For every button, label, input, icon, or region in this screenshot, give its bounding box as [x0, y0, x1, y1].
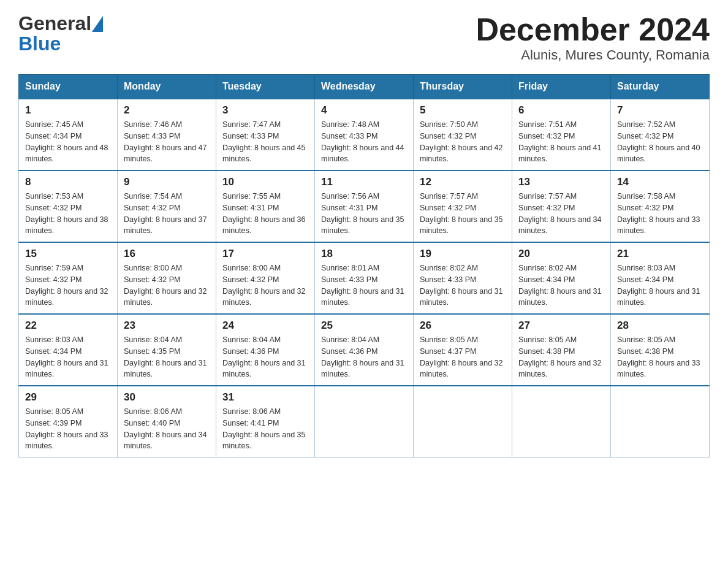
title-block: December 2024 Alunis, Mures County, Roma… [476, 12, 710, 63]
day-info: Sunrise: 7:53 AM Sunset: 4:32 PM Dayligh… [25, 192, 108, 235]
calendar-day-cell: 17 Sunrise: 8:00 AM Sunset: 4:32 PM Dayl… [216, 242, 315, 314]
page-header: General Blue December 2024 Alunis, Mures… [18, 12, 710, 63]
day-info: Sunrise: 7:52 AM Sunset: 4:32 PM Dayligh… [617, 120, 700, 163]
calendar-header: Sunday Monday Tuesday Wednesday Thursday… [19, 75, 710, 99]
day-number: 13 [518, 176, 604, 188]
calendar-day-cell: 13 Sunrise: 7:57 AM Sunset: 4:32 PM Dayl… [512, 170, 611, 242]
day-info: Sunrise: 8:03 AM Sunset: 4:34 PM Dayligh… [25, 335, 108, 378]
day-info: Sunrise: 8:04 AM Sunset: 4:36 PM Dayligh… [222, 335, 306, 378]
calendar-week-row: 8 Sunrise: 7:53 AM Sunset: 4:32 PM Dayli… [19, 170, 710, 242]
day-number: 12 [420, 176, 506, 188]
day-number: 21 [617, 248, 703, 260]
day-info: Sunrise: 7:54 AM Sunset: 4:32 PM Dayligh… [124, 192, 207, 235]
day-info: Sunrise: 7:57 AM Sunset: 4:32 PM Dayligh… [420, 192, 503, 235]
day-info: Sunrise: 7:50 AM Sunset: 4:32 PM Dayligh… [420, 120, 503, 163]
day-number: 1 [25, 104, 111, 117]
day-number: 20 [518, 248, 604, 260]
day-info: Sunrise: 8:03 AM Sunset: 4:34 PM Dayligh… [617, 264, 700, 307]
day-info: Sunrise: 7:51 AM Sunset: 4:32 PM Dayligh… [518, 120, 602, 163]
day-number: 27 [518, 320, 604, 332]
calendar-day-cell: 10 Sunrise: 7:55 AM Sunset: 4:31 PM Dayl… [216, 170, 315, 242]
day-number: 23 [124, 320, 210, 332]
day-info: Sunrise: 7:58 AM Sunset: 4:32 PM Dayligh… [617, 192, 700, 235]
day-info: Sunrise: 8:02 AM Sunset: 4:34 PM Dayligh… [518, 264, 602, 307]
header-monday: Monday [118, 75, 216, 99]
day-number: 2 [124, 104, 210, 117]
day-number: 8 [25, 176, 111, 188]
day-info: Sunrise: 8:01 AM Sunset: 4:33 PM Dayligh… [321, 264, 404, 307]
calendar-day-cell: 5 Sunrise: 7:50 AM Sunset: 4:32 PM Dayli… [414, 99, 512, 170]
day-number: 25 [321, 320, 407, 332]
calendar-day-cell: 11 Sunrise: 7:56 AM Sunset: 4:31 PM Dayl… [315, 170, 414, 242]
day-number: 22 [25, 320, 111, 332]
calendar-day-cell: 4 Sunrise: 7:48 AM Sunset: 4:33 PM Dayli… [315, 99, 414, 170]
calendar-week-row: 29 Sunrise: 8:05 AM Sunset: 4:39 PM Dayl… [19, 386, 710, 458]
calendar-day-cell: 3 Sunrise: 7:47 AM Sunset: 4:33 PM Dayli… [216, 99, 315, 170]
day-number: 16 [124, 248, 210, 260]
day-number: 17 [222, 248, 308, 260]
calendar-day-cell: 16 Sunrise: 8:00 AM Sunset: 4:32 PM Dayl… [118, 242, 216, 314]
calendar-day-cell: 18 Sunrise: 8:01 AM Sunset: 4:33 PM Dayl… [315, 242, 414, 314]
day-number: 29 [25, 391, 111, 404]
day-info: Sunrise: 8:05 AM Sunset: 4:38 PM Dayligh… [617, 335, 700, 378]
day-info: Sunrise: 8:00 AM Sunset: 4:32 PM Dayligh… [222, 264, 306, 307]
day-number: 3 [222, 104, 308, 117]
day-info: Sunrise: 8:00 AM Sunset: 4:32 PM Dayligh… [124, 264, 207, 307]
calendar-body: 1 Sunrise: 7:45 AM Sunset: 4:34 PM Dayli… [19, 99, 710, 458]
header-tuesday: Tuesday [216, 75, 315, 99]
day-info: Sunrise: 8:05 AM Sunset: 4:38 PM Dayligh… [518, 335, 602, 378]
calendar-header-row: Sunday Monday Tuesday Wednesday Thursday… [19, 75, 710, 99]
calendar-subtitle: Alunis, Mures County, Romania [476, 47, 710, 63]
calendar-day-cell: 29 Sunrise: 8:05 AM Sunset: 4:39 PM Dayl… [19, 386, 118, 458]
calendar-day-cell: 21 Sunrise: 8:03 AM Sunset: 4:34 PM Dayl… [611, 242, 710, 314]
header-wednesday: Wednesday [315, 75, 414, 99]
calendar-day-cell: 7 Sunrise: 7:52 AM Sunset: 4:32 PM Dayli… [611, 99, 710, 170]
day-info: Sunrise: 7:48 AM Sunset: 4:33 PM Dayligh… [321, 120, 404, 163]
calendar-day-cell: 23 Sunrise: 8:04 AM Sunset: 4:35 PM Dayl… [118, 314, 216, 386]
calendar-day-cell: 31 Sunrise: 8:06 AM Sunset: 4:41 PM Dayl… [216, 386, 315, 458]
header-saturday: Saturday [611, 75, 710, 99]
calendar-week-row: 15 Sunrise: 7:59 AM Sunset: 4:32 PM Dayl… [19, 242, 710, 314]
calendar-day-cell [512, 386, 611, 458]
day-number: 7 [617, 104, 703, 117]
day-number: 11 [321, 176, 407, 188]
day-info: Sunrise: 8:02 AM Sunset: 4:33 PM Dayligh… [420, 264, 503, 307]
calendar-day-cell: 8 Sunrise: 7:53 AM Sunset: 4:32 PM Dayli… [19, 170, 118, 242]
day-number: 31 [222, 391, 308, 404]
logo-text-blue: Blue [18, 33, 103, 55]
calendar-day-cell: 27 Sunrise: 8:05 AM Sunset: 4:38 PM Dayl… [512, 314, 611, 386]
day-info: Sunrise: 7:55 AM Sunset: 4:31 PM Dayligh… [222, 192, 306, 235]
day-info: Sunrise: 8:04 AM Sunset: 4:36 PM Dayligh… [321, 335, 404, 378]
calendar-day-cell: 12 Sunrise: 7:57 AM Sunset: 4:32 PM Dayl… [414, 170, 512, 242]
calendar-day-cell: 25 Sunrise: 8:04 AM Sunset: 4:36 PM Dayl… [315, 314, 414, 386]
calendar-day-cell: 22 Sunrise: 8:03 AM Sunset: 4:34 PM Dayl… [19, 314, 118, 386]
day-number: 30 [124, 391, 210, 404]
day-number: 28 [617, 320, 703, 332]
day-info: Sunrise: 8:05 AM Sunset: 4:37 PM Dayligh… [420, 335, 503, 378]
calendar-day-cell: 26 Sunrise: 8:05 AM Sunset: 4:37 PM Dayl… [414, 314, 512, 386]
day-number: 24 [222, 320, 308, 332]
logo-text-general: General [18, 12, 91, 35]
calendar-day-cell: 20 Sunrise: 8:02 AM Sunset: 4:34 PM Dayl… [512, 242, 611, 314]
day-number: 10 [222, 176, 308, 188]
day-number: 19 [420, 248, 506, 260]
day-number: 4 [321, 104, 407, 117]
header-thursday: Thursday [414, 75, 512, 99]
day-number: 9 [124, 176, 210, 188]
day-info: Sunrise: 7:45 AM Sunset: 4:34 PM Dayligh… [25, 120, 108, 163]
calendar-day-cell [611, 386, 710, 458]
day-info: Sunrise: 7:46 AM Sunset: 4:33 PM Dayligh… [124, 120, 207, 163]
calendar-day-cell: 30 Sunrise: 8:06 AM Sunset: 4:40 PM Dayl… [118, 386, 216, 458]
day-number: 18 [321, 248, 407, 260]
calendar-day-cell: 2 Sunrise: 7:46 AM Sunset: 4:33 PM Dayli… [118, 99, 216, 170]
day-number: 5 [420, 104, 506, 117]
day-info: Sunrise: 7:56 AM Sunset: 4:31 PM Dayligh… [321, 192, 404, 235]
calendar-day-cell: 14 Sunrise: 7:58 AM Sunset: 4:32 PM Dayl… [611, 170, 710, 242]
calendar-day-cell: 28 Sunrise: 8:05 AM Sunset: 4:38 PM Dayl… [611, 314, 710, 386]
day-number: 26 [420, 320, 506, 332]
header-friday: Friday [512, 75, 611, 99]
day-info: Sunrise: 7:47 AM Sunset: 4:33 PM Dayligh… [222, 120, 306, 163]
calendar-day-cell: 6 Sunrise: 7:51 AM Sunset: 4:32 PM Dayli… [512, 99, 611, 170]
calendar-table: Sunday Monday Tuesday Wednesday Thursday… [18, 74, 710, 458]
calendar-day-cell [315, 386, 414, 458]
